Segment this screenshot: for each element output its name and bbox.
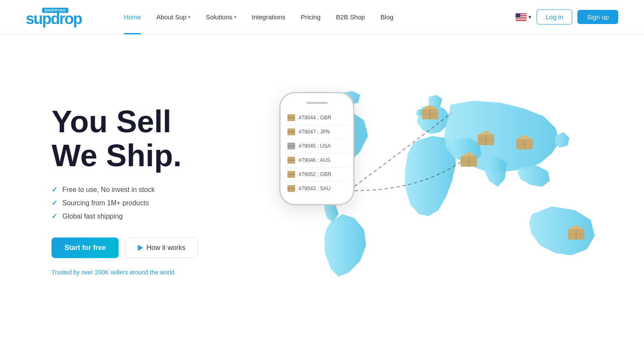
order-item: #79046 ; AUS [285, 153, 349, 167]
nav-pricing[interactable]: Pricing [293, 0, 328, 34]
trust-text[interactable]: Trusted by over 200K sellers around the … [52, 269, 174, 276]
svg-rect-4 [516, 19, 527, 20]
main-nav: Home About Sup ▾ Solutions ▾ Integration… [116, 0, 516, 34]
svg-marker-19 [516, 135, 533, 139]
package-box-icon [516, 135, 534, 150]
nav-b2b[interactable]: B2B Shop [328, 0, 373, 34]
start-for-free-button[interactable]: Start for free [52, 238, 119, 258]
order-item: #79047 ; JPN [285, 125, 349, 139]
hero-right: #79044 ; GBR #79047 ; JPN #79045 ; USA #… [266, 66, 618, 315]
hero-left: You Sell We Ship. ✓ Free to use, No inve… [52, 105, 266, 276]
phone-mockup: #79044 ; GBR #79047 ; JPN #79045 ; USA #… [279, 92, 354, 205]
signup-button[interactable]: Sign up [577, 10, 618, 24]
chevron-down-icon: ▾ [188, 15, 190, 19]
map-package-middle-east [460, 152, 478, 167]
chevron-down-icon: ▾ [234, 15, 236, 19]
svg-marker-11 [422, 105, 438, 109]
svg-marker-7 [478, 131, 494, 135]
package-icon [287, 157, 295, 164]
map-package-india [516, 135, 534, 150]
how-it-works-button[interactable]: How it works [125, 238, 198, 258]
feature-item: ✓ Free to use, No invest in stock [52, 186, 266, 194]
check-icon: ✓ [52, 186, 57, 194]
map-package-europe [421, 105, 439, 120]
svg-rect-3 [516, 18, 527, 18]
order-item: #79044 ; GBR [285, 111, 349, 125]
order-item: #79052 ; GBR [285, 167, 349, 182]
map-package-australia [567, 225, 585, 241]
svg-marker-23 [568, 225, 584, 229]
login-button[interactable]: Log in [537, 9, 572, 24]
nav-blog[interactable]: Blog [373, 0, 401, 34]
flag-icon [516, 13, 527, 21]
check-icon: ✓ [52, 212, 57, 220]
phone-notch [306, 102, 328, 104]
package-icon [287, 185, 295, 192]
package-box-icon [421, 105, 439, 120]
svg-marker-15 [461, 152, 477, 156]
package-icon [287, 143, 295, 149]
play-icon [138, 245, 143, 251]
nav-solutions[interactable]: Solutions ▾ [198, 0, 244, 34]
nav-integrations[interactable]: Integrations [244, 0, 293, 34]
package-box-icon [460, 152, 478, 167]
language-selector[interactable]: ▾ [516, 13, 531, 21]
feature-item: ✓ Sourcing from 1M+ products [52, 199, 266, 207]
logo[interactable]: shipping sup drop [26, 8, 82, 27]
package-icon [287, 171, 295, 178]
map-package-east-asia [477, 131, 495, 146]
package-icon [287, 128, 295, 135]
chevron-down-icon: ▾ [528, 14, 531, 20]
nav-about[interactable]: About Sup ▾ [149, 0, 198, 34]
svg-rect-5 [516, 13, 520, 18]
header: shipping sup drop Home About Sup ▾ Solut… [0, 0, 644, 34]
check-icon: ✓ [52, 199, 57, 207]
hero-features: ✓ Free to use, No invest in stock ✓ Sour… [52, 186, 266, 220]
feature-item: ✓ Global fast shipping [52, 212, 266, 220]
package-box-icon [567, 225, 585, 241]
order-item: #79043 ; SAU [285, 182, 349, 195]
hero-title: You Sell We Ship. [52, 105, 266, 173]
order-item: #79045 ; USA [285, 139, 349, 153]
nav-home[interactable]: Home [116, 0, 149, 34]
hero-buttons: Start for free How it works [52, 238, 266, 258]
package-box-icon [477, 131, 495, 146]
hero-section: You Sell We Ship. ✓ Free to use, No inve… [0, 34, 644, 338]
header-right: ▾ Log in Sign up [516, 9, 618, 24]
package-icon [287, 114, 295, 121]
